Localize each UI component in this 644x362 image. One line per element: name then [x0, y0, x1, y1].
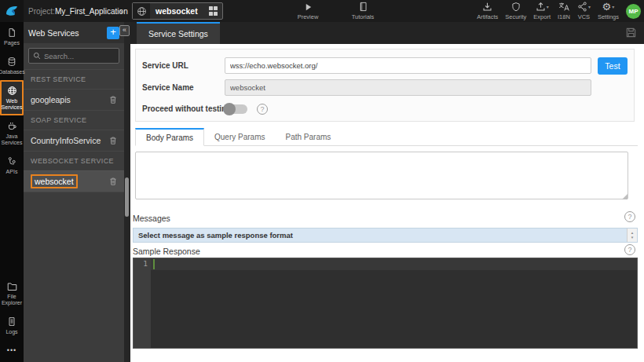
folder-icon	[7, 282, 17, 291]
artifacts-button[interactable]: Artifacts	[477, 0, 498, 22]
service-item-googleapis[interactable]: googleapis	[24, 89, 124, 110]
caret-down-icon: ▾	[547, 4, 549, 9]
rail-item-databases[interactable]: Databases	[0, 51, 24, 80]
service-url-input[interactable]	[225, 57, 591, 74]
panel-title: Web Services	[28, 28, 107, 38]
globe-icon	[7, 86, 17, 96]
service-item-countryinfoservice[interactable]: CountryInfoService	[24, 130, 124, 151]
chevron-right-icon: ›	[119, 0, 123, 22]
collapse-panel-button[interactable]: «	[119, 25, 130, 36]
tab-body-params[interactable]: Body Params	[135, 128, 204, 146]
search-input[interactable]	[44, 52, 115, 60]
service-name: googleapis	[31, 95, 109, 104]
wavemaker-logo[interactable]	[0, 0, 24, 22]
editor-cursor	[153, 259, 155, 269]
service-form-card: Service URL Test Service Name Proceed wi…	[135, 49, 635, 122]
service-name: CountryInfoService	[31, 136, 109, 145]
help-icon[interactable]: ?	[624, 211, 635, 222]
top-bar: Project: My_First_Application › websocke…	[0, 0, 644, 22]
param-tabs: Body Params Query Params Path Params	[135, 128, 638, 146]
section-soap-service: SOAP SERVICE	[24, 110, 124, 130]
page-icon	[7, 27, 16, 38]
messages-label: Messages	[133, 214, 170, 223]
rail-item-file-explorer[interactable]: File Explorer	[0, 276, 24, 311]
sample-response-editor[interactable]: 1	[133, 258, 638, 349]
search-icon	[33, 52, 41, 60]
translate-icon	[558, 2, 569, 12]
main-area: Service Settings Service URL Test Servic…	[130, 22, 644, 362]
user-avatar[interactable]: MP	[626, 4, 641, 19]
tab-query-params[interactable]: Query Params	[204, 128, 275, 145]
topbar-actions: Artifacts Security ▾	[477, 0, 641, 22]
scrollbar-thumb[interactable]	[125, 177, 129, 217]
project-name: My_First_Application	[55, 7, 128, 16]
log-document-icon	[7, 316, 16, 327]
trash-icon[interactable]	[109, 136, 117, 145]
tab-service-settings[interactable]: Service Settings	[137, 22, 220, 44]
tutorials-label: Tutorials	[352, 13, 374, 20]
service-name-label: Service Name	[142, 83, 225, 92]
resize-grip[interactable]	[622, 194, 628, 199]
breadcrumb: Project: My_First_Application	[28, 0, 128, 22]
messages-select[interactable]: Select message as sample response format…	[133, 228, 638, 243]
shield-icon	[511, 2, 521, 12]
security-button[interactable]: Security	[505, 0, 526, 22]
service-item-websocket[interactable]: websocket	[24, 170, 124, 192]
rail-item-web-services[interactable]: Web Services	[0, 80, 24, 115]
artifacts-download-icon	[482, 2, 492, 12]
i18n-button[interactable]: I18N	[558, 0, 570, 22]
websocket-entity-tab[interactable]: websocket	[132, 2, 223, 20]
export-button[interactable]: ▾ Export	[533, 0, 551, 22]
entity-tab-label: websocket	[156, 6, 198, 16]
tutorials-button[interactable]: Tutorials	[344, 0, 382, 22]
spinner-down-icon: ▼	[631, 236, 634, 240]
settings-button[interactable]: ⚙ ▾ Settings	[598, 0, 619, 22]
play-icon	[304, 2, 313, 12]
caret-down-icon: ▾	[588, 4, 591, 9]
sample-response-label: Sample Response	[133, 247, 200, 256]
api-connector-icon	[7, 156, 16, 166]
preview-button[interactable]: Preview	[292, 0, 324, 22]
vcs-button[interactable]: ▾ VCS	[577, 0, 591, 22]
editor-line-number: 1	[134, 259, 148, 268]
branch-icon	[577, 2, 587, 12]
editor-active-line	[151, 258, 637, 270]
panel-scrollbar	[124, 22, 130, 362]
test-button[interactable]: Test	[598, 57, 628, 75]
globe-icon	[133, 3, 150, 19]
service-name-input[interactable]	[225, 79, 591, 96]
proceed-without-testing-label: Proceed without testing	[142, 104, 225, 113]
rail-item-pages[interactable]: Pages	[0, 22, 24, 51]
messages-spinner[interactable]: ▲ ▼	[627, 229, 637, 242]
section-rest-service: REST SERVICE	[24, 69, 124, 89]
section-websocket-service: WEBSOCKET SERVICE	[24, 151, 124, 170]
rail-item-apis[interactable]: APIs	[0, 151, 24, 180]
help-icon[interactable]: ?	[257, 104, 268, 115]
rail-item-java-services[interactable]: Java Services	[0, 115, 24, 151]
messages-select-text: Select message as sample response format	[134, 229, 627, 242]
tab-path-params[interactable]: Path Params	[276, 128, 342, 145]
export-upload-icon	[536, 2, 546, 12]
panel-header: Web Services +	[24, 22, 124, 43]
save-icon[interactable]	[625, 27, 637, 38]
add-service-button[interactable]: +	[107, 27, 119, 39]
service-settings-content: Service URL Test Service Name Proceed wi…	[130, 44, 644, 362]
trash-icon[interactable]	[109, 95, 117, 104]
left-rail: Pages Databases Web Services	[0, 22, 24, 362]
document-tab-bar: Service Settings	[130, 22, 644, 44]
rail-item-logs[interactable]: Logs	[0, 311, 24, 340]
trash-icon[interactable]	[109, 177, 117, 186]
more-options-button[interactable]: •••	[0, 340, 24, 362]
web-services-panel: Web Services + REST SERVICE googleapis	[24, 22, 124, 362]
grid-menu-icon[interactable]	[209, 6, 218, 16]
editor-gutter	[134, 258, 151, 348]
project-label: Project:	[28, 7, 55, 16]
service-url-label: Service URL	[142, 61, 225, 70]
divider	[24, 192, 124, 192]
help-icon[interactable]: ?	[624, 244, 635, 255]
proceed-toggle[interactable]	[225, 104, 247, 114]
wavemaker-bird-icon	[5, 4, 19, 18]
preview-label: Preview	[298, 13, 319, 20]
body-params-textarea[interactable]	[135, 152, 628, 199]
database-icon	[7, 57, 16, 67]
